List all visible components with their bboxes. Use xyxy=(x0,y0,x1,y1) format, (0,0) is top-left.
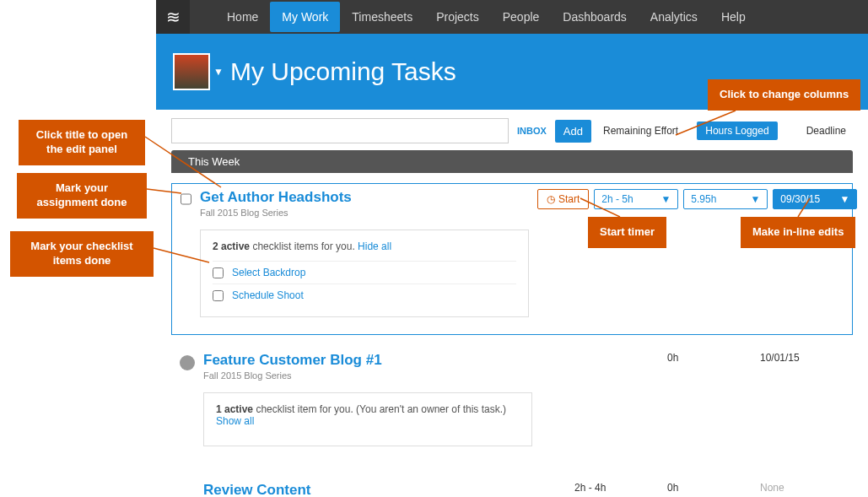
checklist-summary: 2 active checklist items for you. Hide a… xyxy=(213,240,516,252)
avatar-caret-icon[interactable]: ▼ xyxy=(213,66,224,78)
checklist-summary: 1 active checklist item for you. (You ar… xyxy=(216,403,520,427)
toolbar: INBOX Add Remaining Effort Hours Logged … xyxy=(171,118,853,143)
checklist-box: 1 active checklist item for you. (You ar… xyxy=(203,392,532,446)
chevron-down-icon: ▼ xyxy=(660,193,671,205)
checklist-item-label[interactable]: Schedule Shoot xyxy=(232,289,304,301)
checklist-item-checkbox[interactable] xyxy=(213,267,224,278)
callout-mark-done: Mark your assignment done xyxy=(17,173,147,219)
top-navbar: ≋ Home My Work Timesheets Projects Peopl… xyxy=(156,0,868,34)
callout-change-columns: Click to change columns xyxy=(708,79,860,111)
task-title[interactable]: Feature Customer Blog #1 xyxy=(203,352,566,369)
page-title: My Upcoming Tasks xyxy=(230,57,456,86)
task-row: Get Author Headshots Fall 2015 Blog Seri… xyxy=(171,183,853,335)
inbox-label[interactable]: INBOX xyxy=(514,126,550,136)
task-title[interactable]: Get Author Headshots xyxy=(200,189,529,206)
col-hours-logged[interactable]: Hours Logged xyxy=(697,122,777,140)
nav-analytics[interactable]: Analytics xyxy=(639,2,709,32)
nav-dashboards[interactable]: Dashboards xyxy=(551,2,639,32)
task-subtitle: Fall 2015 Blog Series xyxy=(203,370,566,381)
avatar[interactable] xyxy=(173,53,210,90)
task-row: Feature Customer Blog #1 Fall 2015 Blog … xyxy=(171,343,853,451)
effort-dropdown[interactable]: 2h - 5h▼ xyxy=(594,189,678,209)
add-button[interactable]: Add xyxy=(555,120,591,143)
task-type-icon xyxy=(180,355,195,370)
chevron-down-icon: ▼ xyxy=(750,193,760,205)
content-area: INBOX Add Remaining Effort Hours Logged … xyxy=(156,110,868,497)
nav-items: Home My Work Timesheets Projects People … xyxy=(190,2,757,32)
checklist-item: Schedule Shoot xyxy=(213,284,516,306)
task-complete-checkbox[interactable] xyxy=(181,192,191,206)
hours-value: 0h xyxy=(667,352,726,446)
show-all-link[interactable]: Show all xyxy=(216,415,254,427)
callout-checklist-done: Mark your checklist items done xyxy=(10,231,154,277)
task-row: Review Content Fall 2015 Blog Series ! A… xyxy=(171,473,853,497)
effort-value xyxy=(574,352,633,446)
deadline-value: 10/01/15 xyxy=(760,352,819,446)
deadline-value: None xyxy=(760,482,819,497)
col-deadline[interactable]: Deadline xyxy=(800,125,853,137)
task-values: 0h 10/01/15 xyxy=(574,352,844,446)
callout-start-timer: Start timer xyxy=(588,217,666,248)
callout-edit-panel: Click title to open the edit panel xyxy=(19,120,145,165)
nav-timesheets[interactable]: Timesheets xyxy=(340,2,424,32)
nav-people[interactable]: People xyxy=(491,2,552,32)
quick-add-input[interactable] xyxy=(171,118,509,143)
nav-projects[interactable]: Projects xyxy=(424,2,491,32)
checklist-item-label[interactable]: Select Backdrop xyxy=(232,267,305,278)
nav-home[interactable]: Home xyxy=(215,2,270,32)
checklist-item: Select Backdrop xyxy=(213,261,516,284)
callout-inline-edits: Make in-line edits xyxy=(741,217,855,248)
col-remaining-effort[interactable]: Remaining Effort xyxy=(596,125,685,137)
effort-value: 2h - 4h xyxy=(574,482,633,497)
task-values: 2h - 4h 0h None xyxy=(574,482,844,497)
task-title[interactable]: Review Content xyxy=(203,482,566,497)
hours-dropdown[interactable]: 5.95h▼ xyxy=(683,189,768,209)
clock-icon: ◷ xyxy=(547,193,555,205)
deadline-dropdown[interactable]: 09/30/15▼ xyxy=(773,189,857,209)
task-controls: ◷Start 2h - 5h▼ 5.95h▼ 09/30/15▼ xyxy=(537,189,857,317)
nav-my-work[interactable]: My Work xyxy=(270,2,340,32)
start-timer-button[interactable]: ◷Start xyxy=(537,189,589,209)
nav-help[interactable]: Help xyxy=(709,2,757,32)
checklist-box: 2 active checklist items for you. Hide a… xyxy=(200,230,529,317)
task-subtitle: Fall 2015 Blog Series xyxy=(200,208,529,218)
app-logo[interactable]: ≋ xyxy=(156,0,190,34)
section-header: This Week xyxy=(171,150,853,173)
hide-all-link[interactable]: Hide all xyxy=(358,240,391,252)
checklist-item-checkbox[interactable] xyxy=(213,290,224,301)
chevron-down-icon: ▼ xyxy=(839,193,849,205)
hours-value: 0h xyxy=(667,482,726,497)
